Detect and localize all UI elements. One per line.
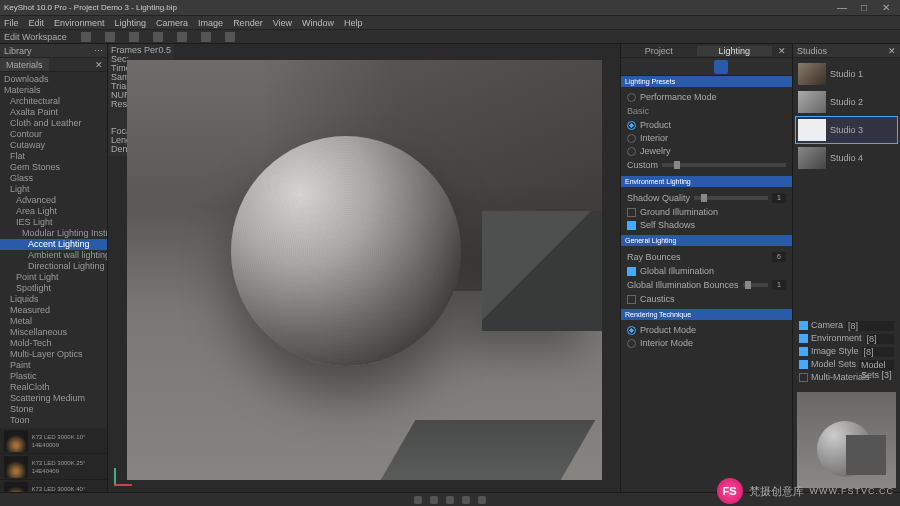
check-image-style[interactable]	[799, 347, 808, 356]
tree-item[interactable]: Architectural	[0, 96, 107, 107]
menu-help[interactable]: Help	[344, 18, 363, 28]
workspace-label[interactable]: Edit Workspace	[4, 32, 67, 42]
check-camera[interactable]	[799, 321, 808, 330]
tab-materials[interactable]: Materials	[0, 58, 49, 71]
tree-item[interactable]: Stone	[0, 404, 107, 415]
ribbon-icon[interactable]	[81, 32, 91, 42]
tree-item[interactable]: Toon	[0, 415, 107, 426]
menu-window[interactable]: Window	[302, 18, 334, 28]
studio-item[interactable]: Studio 4	[795, 144, 898, 172]
gi-bounces-value[interactable]: 1	[772, 280, 786, 290]
menu-image[interactable]: Image	[198, 18, 223, 28]
tree-item[interactable]: Area Light	[0, 206, 107, 217]
ribbon-icon[interactable]	[201, 32, 211, 42]
tree-item[interactable]: Flat	[0, 151, 107, 162]
panel-close-icon[interactable]: ✕	[888, 46, 896, 56]
tree-item[interactable]: Plastic	[0, 371, 107, 382]
menu-render[interactable]: Render	[233, 18, 263, 28]
tree-item[interactable]: Light	[0, 184, 107, 195]
material-thumb[interactable]: K72 LED 3000K 40° 15D40609	[0, 480, 107, 492]
tree-item[interactable]: Contour	[0, 129, 107, 140]
studio-item[interactable]: Studio 1	[795, 60, 898, 88]
project-environment-icon[interactable]	[685, 60, 699, 74]
close-icon[interactable]: ✕	[876, 2, 896, 14]
tree-item[interactable]: Liquids	[0, 294, 107, 305]
panel-close-icon[interactable]: ✕	[772, 46, 792, 56]
menu-view[interactable]: View	[273, 18, 292, 28]
tree-item[interactable]: Mold-Tech	[0, 338, 107, 349]
tree-item[interactable]: Metal	[0, 316, 107, 327]
menu-camera[interactable]: Camera	[156, 18, 188, 28]
check-ground-illum[interactable]: Ground Illumination	[627, 206, 786, 218]
statusbar-icon[interactable]	[462, 496, 470, 504]
section-rendering-technique[interactable]: Rendering Technique	[621, 309, 792, 320]
tree-item[interactable]: Glass	[0, 173, 107, 184]
tree-item[interactable]: Gem Stones	[0, 162, 107, 173]
custom-slider[interactable]	[662, 163, 786, 167]
check-global-illum[interactable]: Global Illumination	[627, 265, 786, 277]
material-thumbnail-list[interactable]: K72 LED 3000K 10° 14E40009K72 LED 3000K …	[0, 428, 107, 492]
tree-item[interactable]: Downloads	[0, 74, 107, 85]
tree-item[interactable]: Cutaway	[0, 140, 107, 151]
statusbar-icon[interactable]	[414, 496, 422, 504]
statusbar-icon[interactable]	[430, 496, 438, 504]
panel-menu-icon[interactable]: ⋯	[94, 46, 103, 56]
tree-item[interactable]: Modular Lighting Instruments	[0, 228, 107, 239]
project-material-icon[interactable]	[657, 60, 671, 74]
maximize-icon[interactable]: □	[854, 2, 874, 14]
tree-item[interactable]: Accent Lighting	[0, 239, 107, 250]
check-caustics[interactable]: Caustics	[627, 293, 786, 305]
project-lighting-icon[interactable]	[714, 60, 728, 74]
radio-jewelry[interactable]: Jewelry	[627, 145, 786, 157]
check-environment[interactable]	[799, 334, 808, 343]
menu-lighting[interactable]: Lighting	[115, 18, 147, 28]
radio-interior-mode[interactable]: Interior Mode	[627, 337, 786, 349]
radio-product-mode[interactable]: Product Mode	[627, 324, 786, 336]
ribbon-icon[interactable]	[129, 32, 139, 42]
axis-gizmo-icon[interactable]	[114, 462, 138, 486]
tree-item[interactable]: Axalta Paint	[0, 107, 107, 118]
studio-item[interactable]: Studio 2	[795, 88, 898, 116]
section-general-lighting[interactable]: General Lighting	[621, 235, 792, 246]
studio-item[interactable]: Studio 3	[795, 116, 898, 144]
ribbon-icon[interactable]	[177, 32, 187, 42]
project-image-icon[interactable]	[771, 60, 785, 74]
tree-item[interactable]: Materials	[0, 85, 107, 96]
tab-project[interactable]: Project	[621, 46, 697, 56]
tree-item[interactable]: Point Light	[0, 272, 107, 283]
shadow-quality-slider[interactable]	[694, 196, 768, 200]
menu-edit[interactable]: Edit	[29, 18, 45, 28]
tree-item[interactable]: Paint	[0, 360, 107, 371]
tree-item[interactable]: Measured	[0, 305, 107, 316]
statusbar-icon[interactable]	[478, 496, 486, 504]
tree-item[interactable]: Miscellaneous	[0, 327, 107, 338]
ribbon-icon[interactable]	[105, 32, 115, 42]
gi-bounces-slider[interactable]	[743, 283, 768, 287]
radio-performance[interactable]: Performance Mode	[627, 91, 786, 103]
material-tree[interactable]: DownloadsMaterialsArchitecturalAxalta Pa…	[0, 72, 107, 428]
tree-item[interactable]: Ambient wall lighting	[0, 250, 107, 261]
project-scene-icon[interactable]	[628, 60, 642, 74]
ribbon-icon[interactable]	[153, 32, 163, 42]
check-multi-materials[interactable]	[799, 373, 808, 382]
project-camera-icon[interactable]	[742, 60, 756, 74]
radio-interior[interactable]: Interior	[627, 132, 786, 144]
tree-item[interactable]: Multi-Layer Optics	[0, 349, 107, 360]
menu-environment[interactable]: Environment	[54, 18, 105, 28]
material-thumb[interactable]: K72 LED 3000K 25° 14E40409	[0, 454, 107, 480]
section-lighting-presets[interactable]: Lighting Presets	[621, 76, 792, 87]
menu-file[interactable]: File	[4, 18, 19, 28]
tree-item[interactable]: RealCloth	[0, 382, 107, 393]
shadow-quality-value[interactable]: 1	[772, 193, 786, 203]
minimize-icon[interactable]: —	[832, 2, 852, 14]
tree-item[interactable]: IES Light	[0, 217, 107, 228]
check-model-sets[interactable]	[799, 360, 808, 369]
ray-bounces-value[interactable]: 6	[772, 252, 786, 262]
statusbar-icon[interactable]	[446, 496, 454, 504]
check-self-shadows[interactable]: Self Shadows	[627, 219, 786, 231]
ribbon-icon[interactable]	[225, 32, 235, 42]
tree-item[interactable]: Advanced	[0, 195, 107, 206]
radio-product[interactable]: Product	[627, 119, 786, 131]
render-viewport[interactable]: Frames Per Sec:0.5Time:1m 42sSamples:98T…	[108, 44, 620, 492]
tree-item[interactable]: Directional Lighting	[0, 261, 107, 272]
